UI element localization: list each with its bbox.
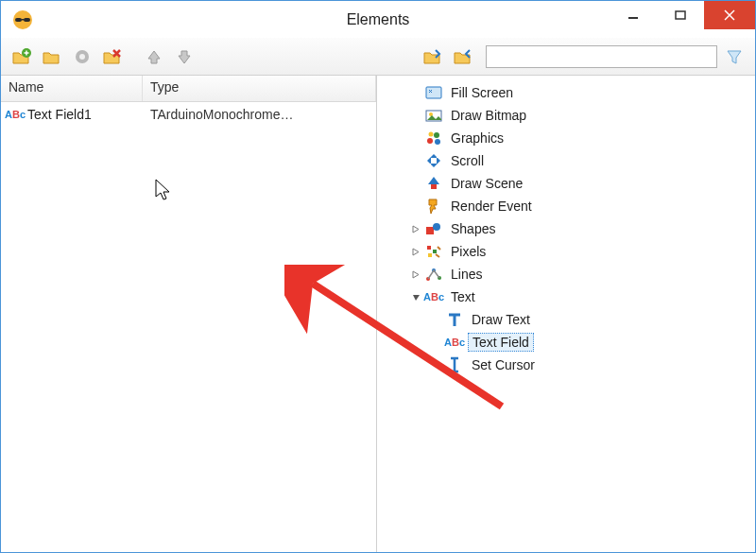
window-buttons <box>610 1 755 29</box>
tree: Fill ScreenDraw BitmapGraphicsScrollDraw… <box>381 81 751 376</box>
svg-point-23 <box>435 139 440 145</box>
svg-rect-3 <box>22 19 25 21</box>
list-header: Name Type <box>1 76 376 102</box>
tree-item-label: Text <box>447 288 479 305</box>
tree-item[interactable]: Lines <box>388 263 751 285</box>
tree-item-label: Fill Screen <box>447 84 517 101</box>
graphics-icon <box>424 130 443 147</box>
tree-item[interactable]: Scroll <box>388 149 751 172</box>
titlebar: Elements <box>1 0 755 38</box>
tree-item-label: Lines <box>447 266 486 283</box>
collapse-icon[interactable] <box>409 290 422 303</box>
pixels-icon <box>424 243 443 260</box>
tree-item-label: Draw Text <box>468 311 534 328</box>
svg-rect-27 <box>431 184 437 189</box>
right-panel: Fill ScreenDraw BitmapGraphicsScrollDraw… <box>377 76 755 552</box>
close-button[interactable] <box>704 1 755 29</box>
tree-item[interactable]: ABcText Field <box>388 331 751 354</box>
minimize-button[interactable] <box>610 1 657 29</box>
scene-icon <box>424 175 443 192</box>
up-arrow-button[interactable] <box>141 43 167 70</box>
lines-icon <box>424 266 443 283</box>
down-arrow-button[interactable] <box>171 43 198 70</box>
svg-point-22 <box>434 132 439 138</box>
draw-text-icon <box>445 311 464 328</box>
tree-item[interactable]: Render Event <box>388 195 751 217</box>
svg-point-24 <box>429 132 434 137</box>
tree-item[interactable]: Draw Bitmap <box>388 104 751 127</box>
tree-item-label: Graphics <box>447 130 507 147</box>
abc-icon: ABc <box>445 334 464 351</box>
shapes-icon <box>424 220 443 237</box>
svg-rect-16 <box>426 87 441 98</box>
scroll-icon <box>424 152 443 169</box>
bitmap-icon <box>424 107 443 124</box>
tree-item[interactable]: Draw Scene <box>388 172 751 195</box>
tree-item-label: Pixels <box>447 243 490 260</box>
svg-rect-33 <box>428 253 432 257</box>
svg-rect-2 <box>24 18 30 22</box>
svg-point-30 <box>433 223 440 231</box>
svg-rect-29 <box>426 227 434 234</box>
svg-rect-1 <box>15 18 22 22</box>
tree-item[interactable]: Pixels <box>388 240 751 263</box>
cursor-icon <box>445 356 464 373</box>
abc-icon: ABc <box>424 288 443 305</box>
expand-icon[interactable] <box>409 222 422 235</box>
expand-icon[interactable] <box>409 268 422 281</box>
svg-rect-5 <box>676 11 685 19</box>
tree-item-label: Set Cursor <box>468 356 539 373</box>
svg-rect-31 <box>427 246 431 250</box>
delete-folder-button[interactable] <box>99 43 126 70</box>
column-header-type[interactable]: Type <box>143 76 376 101</box>
gear-button[interactable] <box>69 43 95 70</box>
add-folder-button[interactable] <box>9 43 35 70</box>
folder-in-button[interactable] <box>420 43 446 70</box>
elements-window: Elements <box>0 0 756 553</box>
list-row-type: TArduinoMonochrome… <box>143 107 376 122</box>
tree-item[interactable]: Fill Screen <box>388 81 751 104</box>
panels: Name Type ABc Text Field1 TArduinoMonoch… <box>1 76 755 552</box>
list-row-name: Text Field1 <box>27 107 92 122</box>
folder-button[interactable] <box>39 43 65 70</box>
fill-screen-icon <box>424 84 443 101</box>
tree-item[interactable]: ABcText <box>388 285 751 308</box>
app-icon <box>12 9 33 30</box>
search-input[interactable] <box>486 45 717 68</box>
svg-point-21 <box>427 138 433 144</box>
tree-item-label: Draw Bitmap <box>447 107 530 124</box>
left-panel: Name Type ABc Text Field1 TArduinoMonoch… <box>1 76 377 552</box>
tree-item[interactable]: Graphics <box>388 127 751 149</box>
tree-item[interactable]: Shapes <box>388 217 751 240</box>
tree-item[interactable]: Draw Text <box>388 308 751 331</box>
tree-item-label: Draw Scene <box>447 175 526 192</box>
filter-icon[interactable] <box>721 43 747 70</box>
mouse-cursor-icon <box>154 178 173 202</box>
tree-item-label: Shapes <box>447 220 499 237</box>
folder-out-button[interactable] <box>450 43 476 70</box>
abc-icon: ABc <box>5 109 26 120</box>
maximize-button[interactable] <box>657 1 704 29</box>
render-icon <box>424 198 443 215</box>
svg-point-12 <box>79 54 85 60</box>
tree-item-label: Text Field <box>468 333 534 352</box>
tree-item-label: Render Event <box>447 198 536 215</box>
expand-icon[interactable] <box>409 245 422 258</box>
svg-rect-32 <box>433 250 437 253</box>
tree-item[interactable]: Set Cursor <box>388 354 751 376</box>
toolbar <box>1 38 755 76</box>
list-row[interactable]: ABc Text Field1 TArduinoMonochrome… <box>1 102 376 127</box>
tree-item-label: Scroll <box>447 152 488 169</box>
column-header-name[interactable]: Name <box>1 76 143 101</box>
